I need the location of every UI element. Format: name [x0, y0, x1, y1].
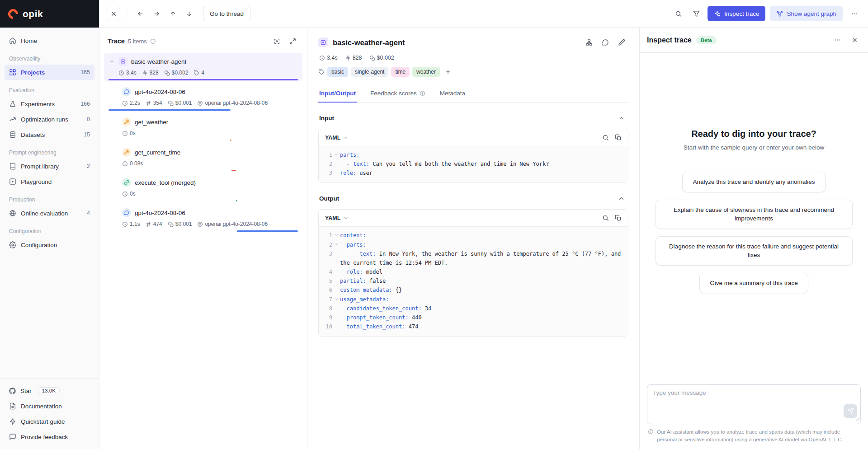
format-select[interactable]: YAML [325, 215, 349, 221]
logo[interactable]: opik [0, 0, 99, 28]
expand-tree-button[interactable] [286, 35, 299, 47]
collapse-input-button[interactable] [615, 112, 627, 124]
span-detail-panel: basic-weather-agent 3.4s 828 $0.002 basi… [307, 28, 639, 449]
section-label-prompt-engineering: Prompt engineering [5, 142, 94, 159]
sidebar-item-playground[interactable]: Playground [5, 174, 94, 189]
section-label-observability: Observability [5, 48, 94, 65]
search-button[interactable] [671, 7, 685, 20]
edit-button[interactable] [615, 36, 628, 49]
trace-row-llm-1[interactable]: gpt-4o-2024-08-06 2.2s 354 $0.001 openai… [104, 83, 302, 112]
search-in-code-button[interactable] [599, 131, 612, 144]
trace-row-llm-2[interactable]: gpt-4o-2024-08-06 1.1s 474 $0.001 openai… [104, 204, 302, 233]
message-input[interactable] [647, 384, 861, 424]
locate-span-button[interactable] [270, 35, 283, 47]
sidebar-item-online-evaluation[interactable]: Online evaluation 4 [5, 206, 94, 221]
span-cost: $0.001 [168, 100, 192, 106]
tag-icon [193, 70, 199, 76]
copy-code-button[interactable] [612, 131, 624, 144]
up-trace-button[interactable] [166, 7, 179, 20]
chevron-down-icon[interactable] [332, 231, 340, 240]
clock-icon [319, 55, 325, 61]
sidebar-item-optimization-runs[interactable]: Optimization runs 0 [5, 112, 94, 127]
tag-time[interactable]: time [391, 67, 410, 77]
suggestion-summary[interactable]: Give me a summary of this trace [699, 273, 808, 294]
sidebar-item-documentation[interactable]: Documentation [5, 398, 94, 414]
span-name: gpt-4o-2024-08-06 [135, 210, 185, 216]
main-area: Go to thread Inspect trace Show agent gr… [99, 0, 868, 449]
sidebar-item-provide-feedback[interactable]: Provide feedback [5, 429, 94, 444]
tag-basic[interactable]: basic [327, 67, 348, 77]
copy-code-button[interactable] [612, 212, 624, 224]
home-icon [9, 37, 16, 44]
down-trace-button[interactable] [182, 7, 196, 20]
sidebar-item-experiments[interactable]: Experiments 166 [5, 96, 94, 112]
format-select[interactable]: YAML [325, 135, 349, 141]
chevron-down-icon[interactable] [332, 150, 340, 159]
topbar: Go to thread Inspect trace Show agent gr… [99, 0, 868, 28]
chevron-down-icon[interactable] [332, 295, 340, 304]
sidebar-item-projects[interactable]: Projects 165 [5, 65, 94, 80]
app-root: opik Home Observability Projects 165 Eva… [0, 0, 868, 449]
trace-row-get-current-time[interactable]: get_current_time 0.08s [104, 144, 302, 172]
tab-feedback-scores[interactable]: Feedback scores [369, 84, 426, 102]
tab-input-output[interactable]: Input/Output [318, 84, 357, 102]
output-section: Output YAML 1content: 2 parts: [318, 192, 628, 337]
sidebar-item-prompt-library[interactable]: Prompt library 2 [5, 159, 94, 174]
openai-icon [197, 100, 203, 106]
search-icon [602, 134, 609, 141]
collapse-output-button[interactable] [615, 192, 627, 205]
inspect-trace-button[interactable]: Inspect trace [708, 6, 765, 21]
trace-row-get-weather[interactable]: get_weather 0s [104, 113, 302, 142]
info-icon [420, 90, 425, 96]
database-icon [9, 131, 16, 138]
book-icon [9, 163, 16, 170]
tag-single-agent[interactable]: single-agent [351, 67, 388, 77]
sidebar-item-home[interactable]: Home [5, 33, 94, 48]
inspect-close-button[interactable] [848, 34, 861, 47]
trace-row-root[interactable]: basic-weather-agent 3.4s 828 $0.002 4 [104, 53, 302, 81]
ellipsis-icon [851, 10, 858, 17]
tag-weather[interactable]: weather [412, 67, 440, 77]
send-message-button[interactable] [844, 404, 857, 418]
clock-icon [122, 221, 128, 227]
filter-button[interactable] [689, 7, 703, 20]
span-cost: $0.002 [164, 70, 189, 76]
span-duration: 2.2s [122, 100, 140, 106]
close-trace-button[interactable] [107, 7, 120, 20]
inspect-more-button[interactable] [831, 34, 844, 47]
sidebar-item-label: Documentation [21, 403, 62, 410]
tab-metadata[interactable]: Metadata [439, 84, 466, 102]
go-to-thread-button[interactable]: Go to thread [203, 6, 250, 21]
add-tag-button[interactable] [443, 67, 453, 77]
quickstart-icon [9, 418, 16, 425]
span-name: get_current_time [135, 149, 180, 156]
inspect-trace-label: Inspect trace [724, 10, 759, 17]
show-agent-graph-button[interactable]: Show agent graph [770, 6, 843, 21]
online-evaluation-count: 4 [87, 210, 90, 216]
chevron-down-icon[interactable] [332, 240, 340, 249]
ai-disclaimer: Our AI assistant allows you to analyze t… [647, 428, 861, 444]
suggestion-diagnose-failure[interactable]: Diagnose the reason for this trace failu… [656, 236, 853, 266]
sidebar-item-configuration[interactable]: Configuration [5, 237, 94, 253]
sidebar-item-quickstart[interactable]: Quickstart guide [5, 414, 94, 429]
topbar-actions: Inspect trace Show agent graph [671, 6, 861, 21]
span-duration: 0.08s [122, 160, 143, 167]
agent-span-icon [318, 37, 328, 47]
sidebar-item-datasets[interactable]: Datasets 15 [5, 127, 94, 142]
search-in-code-button[interactable] [599, 212, 612, 224]
close-icon [110, 10, 117, 17]
agent-graph-icon [776, 10, 783, 17]
view-hierarchy-button[interactable] [582, 36, 596, 49]
detail-title: basic-weather-agent [333, 38, 405, 47]
prev-trace-button[interactable] [133, 7, 147, 20]
chevron-down-icon[interactable] [108, 59, 115, 64]
suggestion-explain-slowness[interactable]: Explain the cause of slowness in this tr… [656, 200, 853, 229]
next-trace-button[interactable] [150, 7, 163, 20]
trace-row-execute-tool[interactable]: execute_tool (merged) 0s [104, 174, 302, 202]
add-comment-button[interactable] [599, 36, 612, 49]
suggestion-analyze-anomalies[interactable]: Analyze this trace and identify any anom… [682, 172, 825, 192]
more-actions-button[interactable] [847, 7, 861, 20]
close-icon [851, 37, 858, 43]
tags-row: basic single-agent time weather [318, 67, 628, 77]
github-star-button[interactable]: Star 13.0K [5, 383, 94, 398]
